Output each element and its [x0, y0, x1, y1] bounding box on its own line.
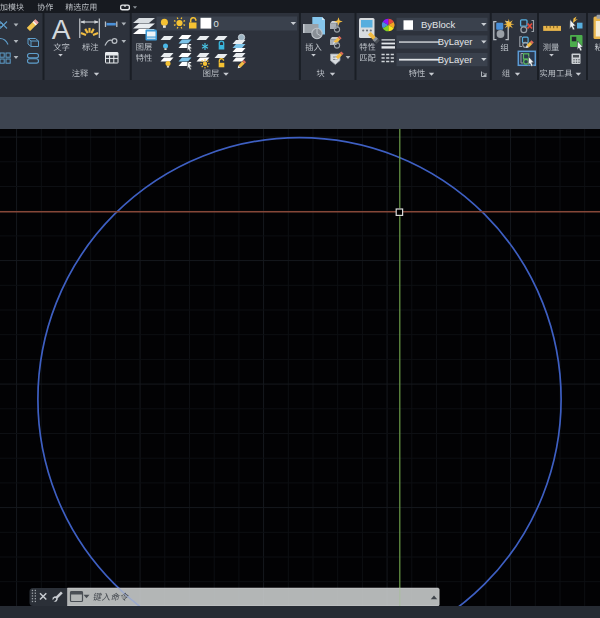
svg-text:ByLayer: ByLayer [438, 36, 473, 47]
svg-text:0: 0 [214, 18, 219, 29]
svg-text:ByBlock: ByBlock [421, 19, 456, 30]
svg-text:A: A [52, 14, 71, 45]
svg-text:ByLayer: ByLayer [438, 54, 473, 65]
